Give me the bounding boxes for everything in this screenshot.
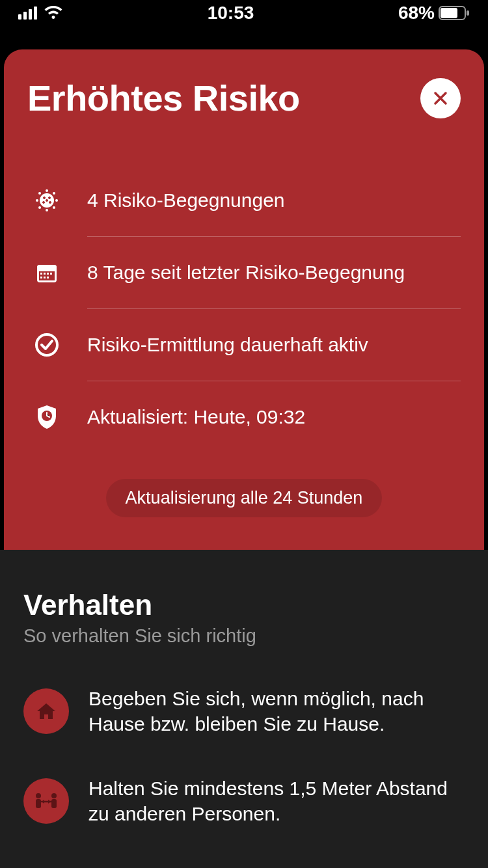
info-row-updated: Aktualisiert: Heute, 09:32 [33,381,461,453]
calendar-icon [33,258,61,287]
status-time: 10:53 [208,3,254,23]
svg-rect-22 [47,273,49,275]
svg-point-12 [55,199,58,202]
svg-rect-32 [51,799,57,808]
tip-text-distance: Halten Sie mindestens 1,5 Meter Abstand … [88,776,465,826]
svg-rect-26 [47,277,49,278]
svg-point-16 [53,206,55,209]
close-button[interactable] [420,78,461,118]
risk-card-header: Erhöhtes Risiko [27,77,461,119]
svg-rect-18 [37,265,57,270]
svg-point-6 [46,200,48,202]
page-title: Erhöhtes Risiko [27,77,300,119]
info-row-encounters: 4 Risiko-Begegnungen [33,165,461,236]
behavior-section: Verhalten So verhalten Sie sich richtig … [0,550,488,868]
shield-clock-icon [33,403,61,431]
info-row-days-since: 8 Tage seit letzter Risiko-Begegnung [33,237,461,308]
svg-rect-24 [40,277,42,278]
days-since-text: 8 Tage seit letzter Risiko-Begegnung [87,255,461,290]
battery-percent: 68% [398,3,435,23]
svg-point-9 [46,189,48,192]
distance-icon [23,778,69,824]
virus-icon [33,186,61,215]
svg-point-10 [46,209,48,211]
status-right: 68% [398,3,470,23]
battery-icon [439,6,470,20]
svg-point-11 [36,199,38,202]
detection-text: Risiko-Ermittlung dauerhaft aktiv [87,327,461,362]
wifi-icon [44,6,63,20]
svg-rect-30 [36,799,41,808]
update-frequency-pill: Aktualisierung alle 24 Stunden [106,479,383,517]
check-circle-icon [33,331,61,359]
svg-rect-1 [441,8,457,18]
svg-point-7 [43,202,45,204]
svg-point-5 [49,197,51,199]
status-left [18,6,63,20]
tip-text-home: Begeben Sie sich, wenn möglich, nach Hau… [88,686,465,737]
svg-rect-23 [50,273,52,275]
behavior-tips: Begeben Sie sich, wenn möglich, nach Hau… [23,686,465,826]
close-icon [432,90,449,107]
status-bar: 10:53 68% [0,0,488,26]
encounters-text: 4 Risiko-Begegnungen [87,183,461,218]
svg-rect-21 [44,273,46,275]
tip-row-distance: Halten Sie mindestens 1,5 Meter Abstand … [23,776,465,826]
updated-text: Aktualisiert: Heute, 09:32 [87,400,461,435]
svg-rect-25 [44,277,46,278]
behavior-title: Verhalten [23,589,465,621]
svg-point-8 [49,202,51,204]
svg-point-15 [38,206,41,209]
risk-card: Erhöhtes Risiko [4,49,484,550]
svg-point-14 [53,192,55,195]
svg-point-13 [38,192,41,195]
info-row-detection: Risiko-Ermittlung dauerhaft aktiv [33,309,461,381]
svg-point-31 [51,793,57,798]
signal-icon [18,7,37,20]
svg-rect-2 [467,10,469,16]
home-icon [23,688,69,734]
svg-point-4 [44,197,46,199]
tip-row-home: Begeben Sie sich, wenn möglich, nach Hau… [23,686,465,737]
risk-info-list: 4 Risiko-Begegnungen 8 Tage seit letzter… [27,165,461,453]
svg-rect-20 [40,273,42,275]
svg-point-27 [36,334,57,355]
svg-point-29 [36,793,41,798]
behavior-subtitle: So verhalten Sie sich richtig [23,625,465,647]
